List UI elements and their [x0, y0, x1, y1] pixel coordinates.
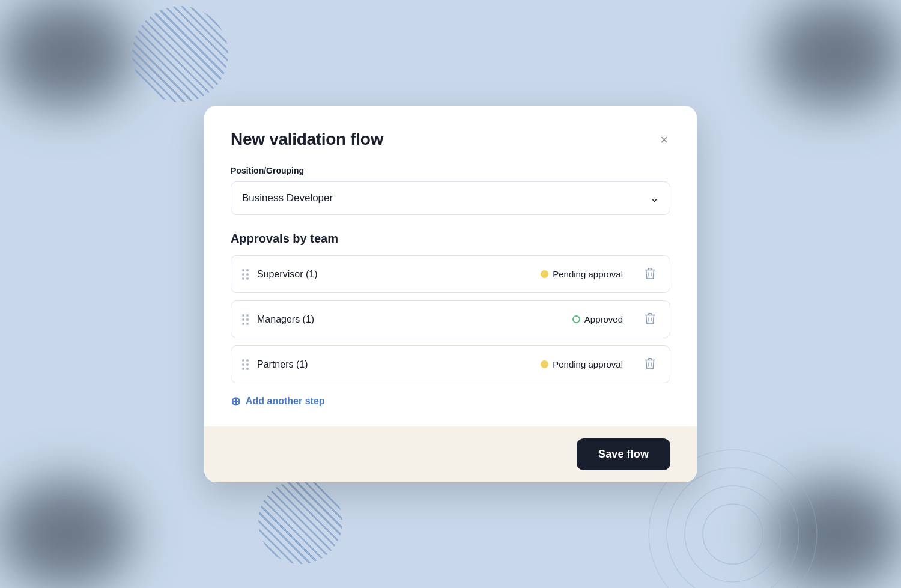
position-section: Position/Grouping Business Developer ⌄: [231, 166, 670, 215]
approval-name: Managers (1): [257, 314, 564, 325]
chevron-down-icon: ⌄: [650, 192, 659, 205]
add-step-button[interactable]: ⊕ Add another step: [231, 395, 325, 407]
delete-button[interactable]: [641, 356, 659, 373]
delete-button[interactable]: [641, 311, 659, 328]
position-label: Position/Grouping: [231, 166, 670, 175]
close-button[interactable]: ×: [658, 131, 670, 149]
approval-status: Pending approval: [541, 359, 623, 369]
approval-name: Supervisor (1): [257, 269, 532, 280]
svg-point-1: [685, 486, 781, 582]
modal-footer: Save flow: [204, 426, 697, 482]
approval-status: Approved: [572, 314, 623, 324]
modal: New validation flow × Position/Grouping …: [204, 106, 697, 482]
drag-handle[interactable]: [242, 269, 249, 280]
drag-handle[interactable]: [242, 359, 249, 370]
approvals-section: Approvals by team: [231, 232, 670, 407]
status-dot-approved: [572, 315, 580, 323]
status-label: Pending approval: [553, 359, 623, 369]
svg-point-2: [667, 468, 799, 588]
plus-circle-icon: ⊕: [231, 395, 241, 407]
modal-title: New validation flow: [231, 130, 383, 149]
dropdown-value: Business Developer: [242, 192, 333, 204]
status-dot-pending: [541, 270, 548, 278]
position-dropdown[interactable]: Business Developer ⌄: [231, 181, 670, 215]
save-flow-button[interactable]: Save flow: [577, 438, 670, 470]
svg-point-0: [703, 504, 763, 564]
approval-row: Managers (1) Approved: [231, 300, 670, 338]
approval-row: Supervisor (1) Pending approval: [231, 255, 670, 293]
status-label: Pending approval: [553, 269, 623, 279]
status-dot-pending: [541, 360, 548, 368]
modal-body: New validation flow × Position/Grouping …: [204, 106, 697, 407]
add-step-label: Add another step: [246, 396, 325, 407]
modal-header: New validation flow ×: [231, 130, 670, 149]
approval-row: Partners (1) Pending approval: [231, 345, 670, 383]
delete-button[interactable]: [641, 265, 659, 283]
status-label: Approved: [584, 314, 623, 324]
stripe-circle-bottomright: [258, 480, 342, 564]
approval-rows-container: Supervisor (1) Pending approval: [231, 255, 670, 383]
approval-name: Partners (1): [257, 359, 532, 370]
stripe-circle-topleft: [132, 6, 228, 102]
approval-status: Pending approval: [541, 269, 623, 279]
add-step-row: ⊕ Add another step: [231, 395, 670, 407]
drag-handle[interactable]: [242, 314, 249, 325]
approvals-title: Approvals by team: [231, 232, 670, 246]
